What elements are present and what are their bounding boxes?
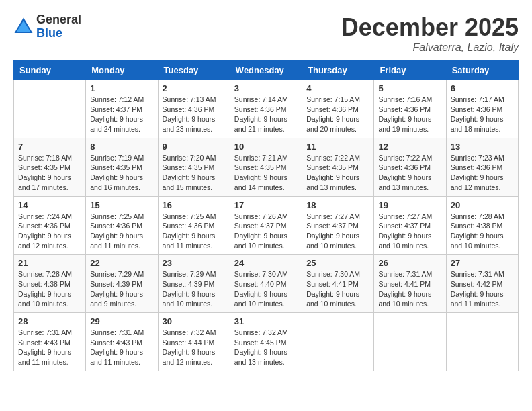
- day-number: 31: [234, 316, 298, 326]
- calendar-cell: 27Sunrise: 7:31 AMSunset: 4:42 PMDayligh…: [446, 255, 518, 313]
- calendar-header-tuesday: Tuesday: [158, 61, 230, 80]
- calendar-cell: 6Sunrise: 7:17 AMSunset: 4:36 PMDaylight…: [446, 80, 518, 138]
- calendar-cell: 1Sunrise: 7:12 AMSunset: 4:37 PMDaylight…: [86, 80, 158, 138]
- day-number: 1: [90, 83, 153, 93]
- calendar-header-thursday: Thursday: [302, 61, 374, 80]
- day-info: Sunrise: 7:22 AMSunset: 4:36 PMDaylight:…: [378, 153, 441, 193]
- calendar-cell: 15Sunrise: 7:25 AMSunset: 4:36 PMDayligh…: [86, 196, 158, 255]
- day-number: 13: [451, 142, 514, 152]
- calendar-cell: 21Sunrise: 7:28 AMSunset: 4:38 PMDayligh…: [14, 255, 86, 313]
- day-number: 24: [234, 258, 298, 268]
- calendar-cell: 17Sunrise: 7:26 AMSunset: 4:37 PMDayligh…: [230, 196, 302, 255]
- calendar-cell: 13Sunrise: 7:23 AMSunset: 4:36 PMDayligh…: [446, 138, 518, 196]
- week-row-5: 28Sunrise: 7:31 AMSunset: 4:43 PMDayligh…: [14, 313, 519, 371]
- day-number: 26: [378, 258, 441, 268]
- calendar-cell: 25Sunrise: 7:30 AMSunset: 4:41 PMDayligh…: [302, 255, 374, 313]
- day-number: 27: [451, 258, 514, 268]
- day-info: Sunrise: 7:29 AMSunset: 4:39 PMDaylight:…: [163, 269, 226, 309]
- calendar-cell: 16Sunrise: 7:25 AMSunset: 4:36 PMDayligh…: [158, 196, 230, 255]
- calendar-cell: 11Sunrise: 7:22 AMSunset: 4:35 PMDayligh…: [302, 138, 374, 196]
- logo-general: General: [36, 13, 81, 27]
- day-number: 12: [378, 142, 441, 152]
- day-number: 21: [18, 258, 81, 268]
- day-info: Sunrise: 7:31 AMSunset: 4:41 PMDaylight:…: [378, 269, 441, 309]
- day-info: Sunrise: 7:15 AMSunset: 4:36 PMDaylight:…: [306, 95, 369, 134]
- day-number: 20: [451, 200, 514, 210]
- calendar-header-row: SundayMondayTuesdayWednesdayThursdayFrid…: [14, 61, 519, 80]
- calendar-cell: 22Sunrise: 7:29 AMSunset: 4:39 PMDayligh…: [86, 255, 158, 313]
- day-number: 4: [306, 83, 369, 93]
- day-number: 30: [163, 316, 226, 326]
- calendar-cell: 26Sunrise: 7:31 AMSunset: 4:41 PMDayligh…: [374, 255, 446, 313]
- day-info: Sunrise: 7:24 AMSunset: 4:36 PMDaylight:…: [18, 212, 81, 251]
- day-number: 10: [234, 142, 298, 152]
- calendar-cell: 18Sunrise: 7:27 AMSunset: 4:37 PMDayligh…: [302, 196, 374, 255]
- month-title: December 2025: [341, 13, 519, 42]
- day-number: 29: [90, 316, 153, 326]
- day-number: 11: [306, 142, 369, 152]
- logo-text: General Blue: [36, 13, 81, 40]
- day-info: Sunrise: 7:31 AMSunset: 4:43 PMDaylight:…: [18, 328, 81, 367]
- day-info: Sunrise: 7:16 AMSunset: 4:36 PMDaylight:…: [378, 95, 441, 134]
- day-info: Sunrise: 7:26 AMSunset: 4:37 PMDaylight:…: [234, 212, 298, 251]
- calendar-cell: [446, 313, 518, 371]
- day-info: Sunrise: 7:32 AMSunset: 4:45 PMDaylight:…: [234, 328, 298, 367]
- day-info: Sunrise: 7:21 AMSunset: 4:35 PMDaylight:…: [234, 153, 298, 193]
- calendar-cell: 20Sunrise: 7:28 AMSunset: 4:38 PMDayligh…: [446, 196, 518, 255]
- day-info: Sunrise: 7:17 AMSunset: 4:36 PMDaylight:…: [451, 95, 514, 134]
- day-number: 7: [18, 142, 81, 152]
- calendar-cell: 4Sunrise: 7:15 AMSunset: 4:36 PMDaylight…: [302, 80, 374, 138]
- day-info: Sunrise: 7:28 AMSunset: 4:38 PMDaylight:…: [18, 269, 81, 309]
- calendar-cell: 3Sunrise: 7:14 AMSunset: 4:36 PMDaylight…: [230, 80, 302, 138]
- day-info: Sunrise: 7:32 AMSunset: 4:44 PMDaylight:…: [163, 328, 226, 367]
- day-number: 3: [234, 83, 298, 93]
- calendar-header-wednesday: Wednesday: [230, 61, 302, 80]
- calendar-table: SundayMondayTuesdayWednesdayThursdayFrid…: [13, 60, 519, 371]
- day-number: 23: [163, 258, 226, 268]
- week-row-3: 14Sunrise: 7:24 AMSunset: 4:36 PMDayligh…: [14, 196, 519, 255]
- day-info: Sunrise: 7:12 AMSunset: 4:37 PMDaylight:…: [90, 95, 153, 134]
- location-title: Falvaterra, Lazio, Italy: [341, 42, 519, 54]
- week-row-1: 1Sunrise: 7:12 AMSunset: 4:37 PMDaylight…: [14, 80, 519, 138]
- day-info: Sunrise: 7:25 AMSunset: 4:36 PMDaylight:…: [90, 212, 153, 251]
- calendar-cell: 19Sunrise: 7:27 AMSunset: 4:37 PMDayligh…: [374, 196, 446, 255]
- day-info: Sunrise: 7:31 AMSunset: 4:42 PMDaylight:…: [451, 269, 514, 309]
- day-info: Sunrise: 7:19 AMSunset: 4:35 PMDaylight:…: [90, 153, 153, 193]
- calendar-cell: 28Sunrise: 7:31 AMSunset: 4:43 PMDayligh…: [14, 313, 86, 371]
- day-info: Sunrise: 7:28 AMSunset: 4:38 PMDaylight:…: [451, 212, 514, 251]
- header: General Blue December 2025 Falvaterra, L…: [13, 13, 519, 54]
- calendar-cell: [302, 313, 374, 371]
- day-number: 2: [163, 83, 226, 93]
- title-area: December 2025 Falvaterra, Lazio, Italy: [341, 13, 519, 54]
- day-number: 25: [306, 258, 369, 268]
- calendar-cell: 5Sunrise: 7:16 AMSunset: 4:36 PMDaylight…: [374, 80, 446, 138]
- calendar-header-saturday: Saturday: [446, 61, 518, 80]
- day-number: 9: [163, 142, 226, 152]
- week-row-2: 7Sunrise: 7:18 AMSunset: 4:35 PMDaylight…: [14, 138, 519, 196]
- calendar-body: 1Sunrise: 7:12 AMSunset: 4:37 PMDaylight…: [14, 80, 519, 371]
- calendar-cell: 7Sunrise: 7:18 AMSunset: 4:35 PMDaylight…: [14, 138, 86, 196]
- day-info: Sunrise: 7:14 AMSunset: 4:36 PMDaylight:…: [234, 95, 298, 134]
- day-number: 14: [18, 200, 81, 210]
- day-number: 18: [306, 200, 369, 210]
- calendar-cell: 14Sunrise: 7:24 AMSunset: 4:36 PMDayligh…: [14, 196, 86, 255]
- week-row-4: 21Sunrise: 7:28 AMSunset: 4:38 PMDayligh…: [14, 255, 519, 313]
- day-info: Sunrise: 7:27 AMSunset: 4:37 PMDaylight:…: [378, 212, 441, 251]
- calendar-cell: 10Sunrise: 7:21 AMSunset: 4:35 PMDayligh…: [230, 138, 302, 196]
- calendar-header-monday: Monday: [86, 61, 158, 80]
- day-number: 16: [163, 200, 226, 210]
- day-info: Sunrise: 7:27 AMSunset: 4:37 PMDaylight:…: [306, 212, 369, 251]
- day-info: Sunrise: 7:23 AMSunset: 4:36 PMDaylight:…: [451, 153, 514, 193]
- day-info: Sunrise: 7:22 AMSunset: 4:35 PMDaylight:…: [306, 153, 369, 193]
- calendar-cell: 30Sunrise: 7:32 AMSunset: 4:44 PMDayligh…: [158, 313, 230, 371]
- calendar-cell: 12Sunrise: 7:22 AMSunset: 4:36 PMDayligh…: [374, 138, 446, 196]
- calendar-cell: 29Sunrise: 7:31 AMSunset: 4:43 PMDayligh…: [86, 313, 158, 371]
- day-info: Sunrise: 7:20 AMSunset: 4:35 PMDaylight:…: [163, 153, 226, 193]
- day-info: Sunrise: 7:18 AMSunset: 4:35 PMDaylight:…: [18, 153, 81, 193]
- day-number: 19: [378, 200, 441, 210]
- day-number: 17: [234, 200, 298, 210]
- calendar-cell: 8Sunrise: 7:19 AMSunset: 4:35 PMDaylight…: [86, 138, 158, 196]
- day-info: Sunrise: 7:30 AMSunset: 4:41 PMDaylight:…: [306, 269, 369, 309]
- day-info: Sunrise: 7:31 AMSunset: 4:43 PMDaylight:…: [90, 328, 153, 367]
- calendar-cell: 31Sunrise: 7:32 AMSunset: 4:45 PMDayligh…: [230, 313, 302, 371]
